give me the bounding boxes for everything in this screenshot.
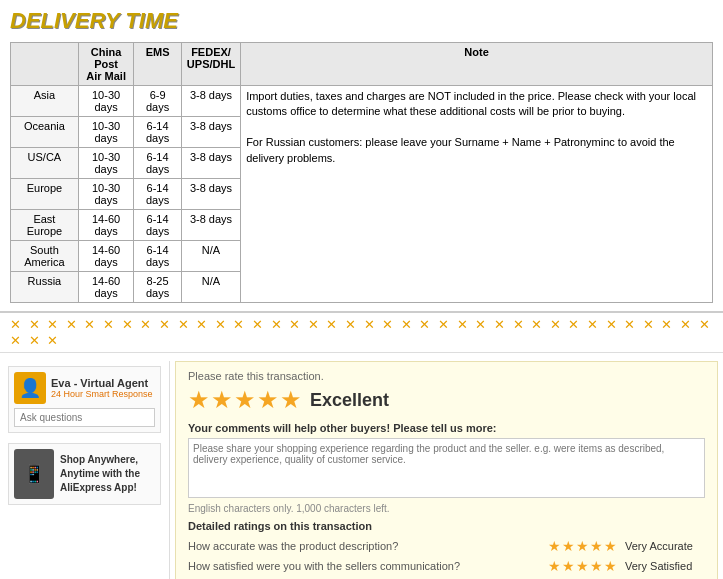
rate-label: Please rate this transaction.	[188, 370, 705, 382]
table-row-region: Asia	[11, 86, 79, 117]
excellent-label: Excellent	[310, 390, 389, 411]
main-star-icon[interactable]: ★	[211, 386, 233, 414]
table-row-region: East Europe	[11, 210, 79, 241]
rating-question: How satisfied were you with the sellers …	[188, 560, 540, 572]
comments-label: Your comments will help other buyers! Pl…	[188, 422, 705, 434]
char-note: English characters only. 1,000 character…	[188, 503, 705, 514]
mini-star-icon[interactable]: ★	[548, 538, 561, 554]
table-row-region: US/CA	[11, 148, 79, 179]
rating-stars[interactable]: ★★★★★	[548, 558, 617, 574]
eva-widget: 👤 Eva - Virtual Agent 24 Hour Smart Resp…	[8, 366, 161, 433]
col-header-note: Note	[241, 43, 713, 86]
eva-header: 👤 Eva - Virtual Agent 24 Hour Smart Resp…	[14, 372, 155, 404]
rating-question: How accurate was the product description…	[188, 540, 540, 552]
col-header-fedex: FEDEX/UPS/DHL	[181, 43, 240, 86]
table-row-region: Oceania	[11, 117, 79, 148]
table-row-ems: 6-14 days	[134, 117, 182, 148]
mini-star-icon[interactable]: ★	[576, 558, 589, 574]
mini-star-icon[interactable]: ★	[604, 538, 617, 554]
eva-info: Eva - Virtual Agent 24 Hour Smart Respon…	[51, 377, 153, 399]
table-note-cell: Import duties, taxes and charges are NOT…	[241, 86, 713, 303]
table-row-chinapost: 10-30 days	[78, 117, 134, 148]
table-row-fedex: N/A	[181, 272, 240, 303]
review-panel: Please rate this transaction. ★★★★★ Exce…	[175, 361, 718, 579]
ratings-container: How accurate was the product description…	[188, 538, 705, 579]
eva-avatar: 👤	[14, 372, 46, 404]
mini-star-icon[interactable]: ★	[590, 538, 603, 554]
mini-star-icon[interactable]: ★	[562, 558, 575, 574]
table-row-ems: 6-9 days	[134, 86, 182, 117]
table-row-chinapost: 14-60 days	[78, 272, 134, 303]
mini-star-icon[interactable]: ★	[548, 558, 561, 574]
table-row-fedex: 3-8 days	[181, 179, 240, 210]
table-row-fedex: 3-8 days	[181, 117, 240, 148]
eva-name: Eva - Virtual Agent	[51, 377, 153, 389]
main-star-icon[interactable]: ★	[257, 386, 279, 414]
table-row-fedex: 3-8 days	[181, 210, 240, 241]
col-header-ems: EMS	[134, 43, 182, 86]
table-row-fedex: N/A	[181, 241, 240, 272]
table-row-region: South America	[11, 241, 79, 272]
table-row-ems: 6-14 days	[134, 179, 182, 210]
rating-label: Very Satisfied	[625, 560, 705, 572]
ask-questions-input[interactable]	[14, 408, 155, 427]
main-stars[interactable]: ★★★★★	[188, 386, 302, 414]
rating-stars[interactable]: ★★★★★	[548, 538, 617, 554]
table-row-ems: 8-25 days	[134, 272, 182, 303]
rating-row: How satisfied were you with the sellers …	[188, 558, 705, 574]
rating-row: How accurate was the product description…	[188, 538, 705, 554]
table-row-chinapost: 10-30 days	[78, 179, 134, 210]
table-row-region: Europe	[11, 179, 79, 210]
eva-subtitle: 24 Hour Smart Response	[51, 389, 153, 399]
table-row-ems: 6-14 days	[134, 148, 182, 179]
table-row-ems: 6-14 days	[134, 210, 182, 241]
main-star-icon[interactable]: ★	[280, 386, 302, 414]
mini-star-icon[interactable]: ★	[604, 558, 617, 574]
table-row-chinapost: 10-30 days	[78, 148, 134, 179]
table-row-fedex: 3-8 days	[181, 86, 240, 117]
mini-star-icon[interactable]: ★	[562, 538, 575, 554]
table-row-ems: 6-14 days	[134, 241, 182, 272]
delivery-title: DELIVERY TIME	[10, 8, 713, 34]
decorative-x-row: ✕ ✕ ✕ ✕ ✕ ✕ ✕ ✕ ✕ ✕ ✕ ✕ ✕ ✕ ✕ ✕ ✕ ✕ ✕ ✕ …	[0, 313, 723, 353]
main-star-icon[interactable]: ★	[234, 386, 256, 414]
app-text: Shop Anywhere, Anytime with the AliExpre…	[60, 453, 155, 495]
col-header-chinapost: China PostAir Mail	[78, 43, 134, 86]
main-stars-row: ★★★★★ Excellent	[188, 386, 705, 414]
comments-textarea[interactable]	[188, 438, 705, 498]
table-row-region: Russia	[11, 272, 79, 303]
delivery-section: DELIVERY TIME China PostAir Mail EMS FED…	[0, 0, 723, 313]
bottom-section: 👤 Eva - Virtual Agent 24 Hour Smart Resp…	[0, 353, 723, 579]
table-row-chinapost: 14-60 days	[78, 210, 134, 241]
app-widget: 📱 Shop Anywhere, Anytime with the AliExp…	[8, 443, 161, 505]
mini-star-icon[interactable]: ★	[576, 538, 589, 554]
rating-label: Very Accurate	[625, 540, 705, 552]
sidebar: 👤 Eva - Virtual Agent 24 Hour Smart Resp…	[0, 361, 170, 579]
mini-star-icon[interactable]: ★	[590, 558, 603, 574]
table-row-chinapost: 10-30 days	[78, 86, 134, 117]
main-star-icon[interactable]: ★	[188, 386, 210, 414]
delivery-table: China PostAir Mail EMS FEDEX/UPS/DHL Not…	[10, 42, 713, 303]
detailed-ratings-label: Detailed ratings on this transaction	[188, 520, 705, 532]
app-icon: 📱	[14, 449, 54, 499]
table-row-chinapost: 14-60 days	[78, 241, 134, 272]
col-header-region	[11, 43, 79, 86]
table-row-fedex: 3-8 days	[181, 148, 240, 179]
